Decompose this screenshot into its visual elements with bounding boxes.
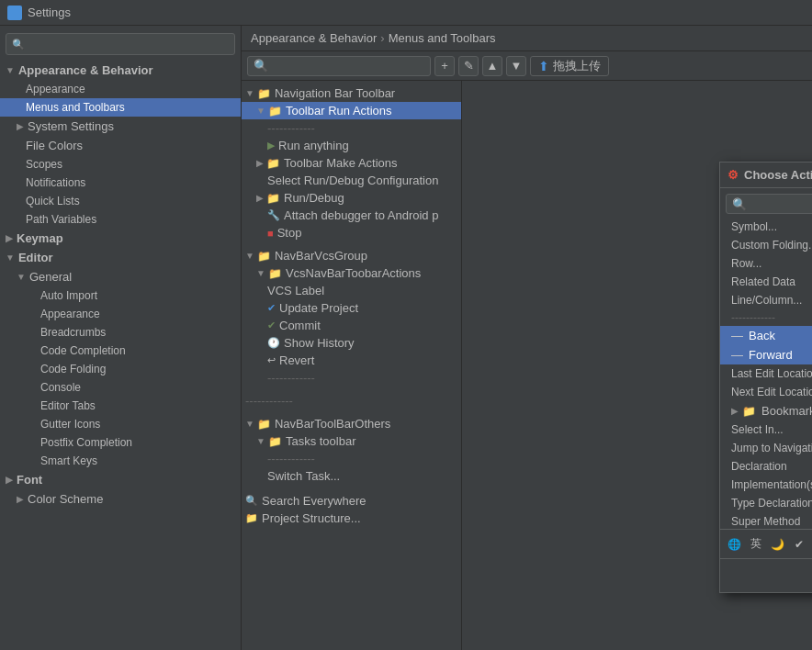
dialog-item-custom-folding[interactable]: Custom Folding... [720,236,812,254]
dialog-item-super-method[interactable]: Super Method [720,512,812,530]
tree-item-show-history[interactable]: 🕐 Show History [242,334,461,352]
tree-item-update-project[interactable]: ✔ Update Project [242,299,461,317]
sidebar-item-code-completion[interactable]: Code Completion [0,342,241,360]
choose-actions-dialog: ⚙ Choose Actions To Add ✕ 🔍 Symbol... Cu… [719,162,812,593]
tree-item-label: Toolbar Run Actions [286,104,392,118]
sidebar-item-breadcrumbs[interactable]: Breadcrumbs [0,323,241,342]
forward-label: Forward [749,348,793,362]
dialog-toolbar-globe[interactable]: 🌐 [726,534,744,555]
sidebar-section-appearance-behavior[interactable]: ▼ Appearance & Behavior [0,61,241,80]
dialog-item-bookmarks[interactable]: ▶ 📁 Bookmarks [720,401,812,420]
sidebar-section-editor[interactable]: ▼ Editor [0,248,241,267]
tree-item-tasks-toolbar[interactable]: ▼ 📁 Tasks toolbar [242,432,461,450]
tree-item-toolbar-make[interactable]: ▶ 📁 Toolbar Make Actions [242,154,461,172]
dialog-item-declaration[interactable]: Declaration [720,457,812,476]
label: System Settings [28,119,114,133]
tree-item-navbar-vcs-group[interactable]: ▼ 📁 NavBarVcsGroup [242,247,461,264]
sidebar-item-menus-toolbars[interactable]: Menus and Toolbars [0,98,241,117]
tree-item-label: Stop [277,226,302,240]
tree-item-project-structure[interactable]: 📁 Project Structure... [242,510,461,527]
down-arrow-icon: ▼ [511,59,523,73]
sidebar-item-scopes[interactable]: Scopes [0,155,241,174]
tree-item-stop[interactable]: ■ Stop [242,224,461,241]
tree-item-label: NavBarVcsGroup [275,249,367,263]
breadcrumb-part1: Appearance & Behavior [251,31,377,45]
sidebar-item-appearance1[interactable]: Appearance [0,80,241,98]
sidebar-item-quick-lists[interactable]: Quick Lists [0,192,241,210]
tree-item-label: Search Everywhere [262,494,366,508]
tree-item-label: Revert [279,353,314,367]
dialog-item-type-declaration[interactable]: Type Declaration [720,494,812,512]
tree-item-run-debug[interactable]: ▶ 📁 Run/Debug [242,189,461,207]
dialog-item-back[interactable]: — Back [720,326,812,345]
folder-icon: 📁 [268,435,282,448]
dialog-toolbar-moon[interactable]: 🌙 [769,534,787,555]
sidebar-item-gutter-icons[interactable]: Gutter Icons [0,415,241,433]
separator-label: ------------ [267,452,315,465]
sidebar-item-postfix-completion[interactable]: Postfix Completion [0,433,241,452]
expand-arrow: ▶ [17,121,24,131]
sidebar-item-console[interactable]: Console [0,378,241,397]
dialog-item-last-edit[interactable]: Last Edit Location [720,364,812,383]
sidebar-section-color-scheme[interactable]: ▶ Color Scheme [0,489,241,509]
sidebar-item-file-colors[interactable]: File Colors [0,136,241,155]
sidebar-item-editor-tabs[interactable]: Editor Tabs [0,397,241,415]
tree-item-vcs-label[interactable]: VCS Label [242,282,461,299]
dialog-item-select-in[interactable]: Select In... [720,420,812,439]
dialog-item-row[interactable]: Row... [720,254,812,273]
tree-item-attach-debugger[interactable]: 🔧 Attach debugger to Android p [242,207,453,224]
sidebar-search[interactable]: 🔍 [6,33,235,55]
sidebar-item-code-folding[interactable]: Code Folding [0,360,241,378]
tree-item-switch-task[interactable]: Switch Task... [242,467,461,485]
dialog-item-implementation[interactable]: Implementation(s) [720,476,812,494]
tree-item-revert[interactable]: ↩ Revert [242,352,461,369]
move-up-button[interactable]: ▲ [482,56,502,76]
sidebar-item-system-settings[interactable]: ▶ System Settings [0,117,241,136]
dialog-item-jump-nav-bar[interactable]: Jump to Navigation Bar [720,439,812,457]
dialog-item-related-data[interactable]: Related Data [720,273,812,291]
tree-item-select-run-debug[interactable]: Select Run/Debug Configuration [242,172,453,189]
move-down-button[interactable]: ▼ [506,56,526,76]
dialog-item-forward[interactable]: — Forward [720,345,812,364]
dialog-toolbar-english[interactable]: 英 [748,534,766,555]
dialog-item-symbol[interactable]: Symbol... [720,218,812,236]
sidebar-section-font[interactable]: ▶ Font [0,470,241,489]
tree-item-nav-bar-toolbar[interactable]: ▼ 📁 Navigation Bar Toolbar [242,84,461,102]
sidebar-item-appearance2[interactable]: Appearance [0,305,241,323]
commit-icon: ✔ [267,319,276,331]
expand-arrow: ▼ [256,106,265,116]
sidebar-item-smart-keys[interactable]: Smart Keys [0,452,241,470]
sidebar-item-auto-import[interactable]: Auto Import [0,286,241,305]
tree-item-toolbar-run-actions[interactable]: ▼ 📁 Toolbar Run Actions [242,102,461,119]
main-search-input[interactable]: 🔍 [247,56,431,76]
dialog-item-line-column[interactable]: Line/Column... [720,291,812,309]
edit-button[interactable]: ✎ [458,56,479,76]
share-label: 拖拽上传 [553,58,601,74]
collapse-arrow: ▼ [245,251,254,261]
search-icon: 🔍 [254,59,268,73]
tree-item-run-anything[interactable]: ▶ Run anything [242,137,461,154]
back-label: Back [749,329,775,342]
dialog-search-input[interactable]: 🔍 [726,194,812,214]
folder-icon: 📁 [742,405,756,418]
collapse-arrow: ▼ [245,88,254,98]
sidebar: 🔍 ▼ Appearance & Behavior Appearance Men… [0,26,242,650]
dialog-footer: OK Cancel [720,559,812,592]
bookmarks-label: Bookmarks [761,404,812,418]
tree-item-vcs-navbar-toolbar[interactable]: ▼ 📁 VcsNavBarToobarActions [242,264,461,282]
tree-item-navbar-toolbar-others[interactable]: ▼ 📁 NavBarToolBarOthers [242,415,461,432]
add-button[interactable]: + [434,56,455,76]
sidebar-item-path-variables[interactable]: Path Variables [0,210,241,229]
sidebar-section-keymap[interactable]: ▶ Keymap [0,229,241,248]
dialog-toolbar-check[interactable]: ✔ [791,534,809,555]
folder-icon: 📁 [257,250,271,263]
update-icon: ✔ [267,302,276,314]
share-button[interactable]: ⬆ 拖拽上传 [530,56,609,76]
sidebar-item-general[interactable]: ▼ General [0,267,241,286]
tree-item-commit[interactable]: ✔ Commit [242,317,461,334]
folder-icon: 📁 [268,267,282,280]
dialog-item-next-edit[interactable]: Next Edit Location [720,383,812,401]
tree-item-search-everywhere[interactable]: 🔍 Search Everywhere [242,492,461,510]
section-label: Font [17,473,42,487]
sidebar-item-notifications[interactable]: Notifications [0,174,241,192]
